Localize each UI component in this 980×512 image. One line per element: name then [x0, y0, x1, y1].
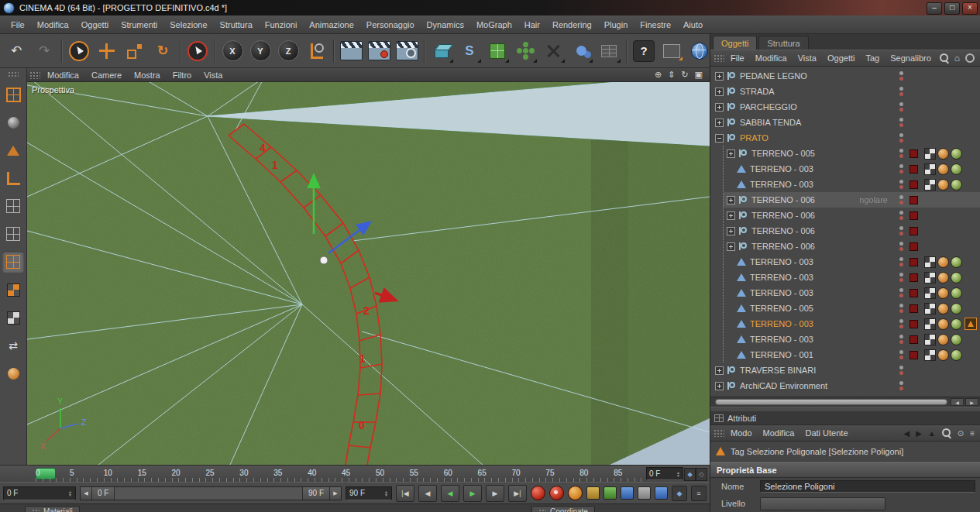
collapse-toggle[interactable]	[715, 134, 724, 143]
checker-tag-icon[interactable]	[924, 303, 936, 314]
menu-oggetti[interactable]: Oggetti	[75, 17, 115, 33]
attr-menu-modo[interactable]: Modo	[726, 427, 757, 439]
subdivision-surface-button[interactable]	[484, 38, 511, 64]
editor-visibility-dot[interactable]	[899, 350, 903, 354]
palette-drag-handle[interactable]	[8, 71, 19, 77]
material-sphere-orange-icon[interactable]	[937, 334, 949, 345]
scroll-left-button[interactable]: ◀	[951, 398, 964, 406]
keyframe-mode-button[interactable]: ◆	[672, 486, 687, 501]
material-sphere-green-icon[interactable]	[951, 179, 962, 191]
viewport-zoom-icon[interactable]: ⇕	[668, 70, 675, 80]
spline-pen-button[interactable]: S	[456, 38, 483, 64]
object-row-prato[interactable]: PRATO	[710, 130, 980, 146]
material-sphere-green-icon[interactable]	[951, 334, 962, 345]
object-row[interactable]: TERRENO - 003	[724, 332, 980, 347]
render-visibility-dot[interactable]	[899, 325, 903, 328]
material-sphere-orange-icon[interactable]	[937, 272, 949, 283]
range-track[interactable]	[115, 487, 302, 500]
viewport-rotate-icon[interactable]: ↻	[681, 70, 688, 80]
expand-toggle[interactable]	[727, 211, 735, 220]
polygon-selection-tag-selected[interactable]	[965, 318, 977, 330]
editor-visibility-dot[interactable]	[899, 71, 903, 75]
display-color-chip[interactable]	[910, 211, 918, 220]
editor-visibility-dot[interactable]	[899, 319, 903, 323]
object-row[interactable]: PEDANE LEGNO	[710, 68, 980, 84]
filter-icon[interactable]	[965, 53, 975, 63]
object-row[interactable]: TERRENO - 001	[724, 347, 980, 363]
om-menu-vista[interactable]: Vista	[793, 52, 821, 64]
redo-button[interactable]: ↷	[31, 38, 57, 64]
environment-button[interactable]	[596, 38, 622, 64]
display-color-chip[interactable]	[910, 196, 918, 204]
vp-menu-camere[interactable]: Camere	[86, 69, 127, 81]
render-visibility-dot[interactable]	[899, 371, 903, 375]
checker-tag-icon[interactable]	[924, 179, 936, 191]
checker-tag-icon[interactable]	[924, 148, 936, 160]
render-visibility-dot[interactable]	[899, 278, 903, 282]
axis-mode-button[interactable]	[2, 363, 24, 384]
material-sphere-green-icon[interactable]	[951, 303, 962, 314]
menu-finestre[interactable]: Finestre	[634, 17, 677, 33]
name-input[interactable]: Selezione Poligoni	[760, 480, 975, 493]
keyframe-bar-button[interactable]: ◆	[684, 468, 696, 481]
uv-mode-button[interactable]	[2, 223, 24, 245]
metaball-button[interactable]	[568, 38, 594, 64]
om-menu-modifica[interactable]: Modifica	[751, 52, 792, 64]
transport-menu-button[interactable]: ≡	[691, 486, 707, 501]
render-settings-button[interactable]	[394, 38, 420, 64]
menu-dynamics[interactable]: Dynamics	[421, 17, 470, 33]
menu-selezione[interactable]: Selezione	[163, 17, 213, 33]
viewport-canvas[interactable]: Prospettiva	[27, 82, 710, 465]
editor-visibility-dot[interactable]	[899, 304, 903, 308]
display-color-chip[interactable]	[910, 335, 918, 344]
render-visibility-dot[interactable]	[899, 139, 903, 143]
help-button[interactable]: ?	[631, 38, 657, 64]
array-button[interactable]	[512, 38, 538, 64]
material-sphere-orange-icon[interactable]	[937, 179, 949, 191]
expand-toggle[interactable]	[727, 149, 735, 158]
checker-tag-icon[interactable]	[924, 163, 936, 175]
menu-hair[interactable]: Hair	[518, 17, 546, 33]
object-row[interactable]: TERRENO - 003	[724, 177, 980, 192]
move-tool-button[interactable]	[94, 38, 120, 64]
object-row[interactable]: TERRENO - 003	[724, 254, 980, 270]
rotate-tool-button[interactable]: ↻	[150, 38, 176, 64]
link-icon[interactable]: ⊙	[958, 429, 964, 438]
material-sphere-green-icon[interactable]	[951, 148, 962, 160]
frame-spinner[interactable]: ▲▼	[676, 471, 680, 477]
vp-menu-filtro[interactable]: Filtro	[167, 69, 197, 81]
material-sphere-green-icon[interactable]	[951, 349, 962, 361]
expand-toggle[interactable]	[715, 103, 724, 112]
display-color-chip[interactable]	[910, 258, 918, 266]
material-sphere-orange-icon[interactable]	[937, 303, 949, 314]
attributes-title-bar[interactable]: Attributi	[710, 411, 980, 425]
expand-toggle[interactable]	[727, 242, 735, 251]
material-sphere-orange-icon[interactable]	[937, 318, 949, 330]
menu-personaggio[interactable]: Personaggio	[360, 17, 421, 33]
editor-visibility-dot[interactable]	[899, 118, 903, 122]
tab-struttura[interactable]: Struttura	[758, 36, 808, 50]
render-visibility-dot[interactable]	[899, 92, 903, 96]
display-color-chip[interactable]	[910, 242, 918, 251]
menu-file[interactable]: File	[5, 17, 31, 33]
materials-drag-handle[interactable]	[32, 509, 40, 512]
material-sphere-orange-icon[interactable]	[937, 256, 949, 268]
deformer-button[interactable]	[540, 38, 566, 64]
render-visibility-dot[interactable]	[899, 263, 903, 266]
home-icon[interactable]: ⌂	[954, 53, 960, 64]
vp-menu-modifica[interactable]: Modifica	[42, 69, 84, 81]
z-axis-lock-button[interactable]: Z	[275, 38, 301, 64]
editor-visibility-dot[interactable]	[899, 195, 903, 199]
menu-animazione[interactable]: Animazione	[303, 17, 359, 33]
editor-visibility-dot[interactable]	[899, 335, 903, 338]
object-row[interactable]: PARCHEGGIO	[710, 99, 980, 115]
expand-toggle[interactable]	[715, 88, 724, 96]
x-axis-lock-button[interactable]: X	[219, 38, 246, 64]
viewport-view-label[interactable]: Prospettiva	[32, 85, 74, 94]
editor-visibility-dot[interactable]	[899, 211, 903, 215]
keyframe-rotation-toggle[interactable]	[621, 486, 634, 500]
object-row[interactable]: TERRENO - 006	[724, 208, 980, 223]
menu-aiuto[interactable]: Aiuto	[677, 17, 709, 33]
parent-up-icon[interactable]: ▲	[928, 429, 936, 438]
level-dropdown-button[interactable]	[760, 497, 885, 510]
